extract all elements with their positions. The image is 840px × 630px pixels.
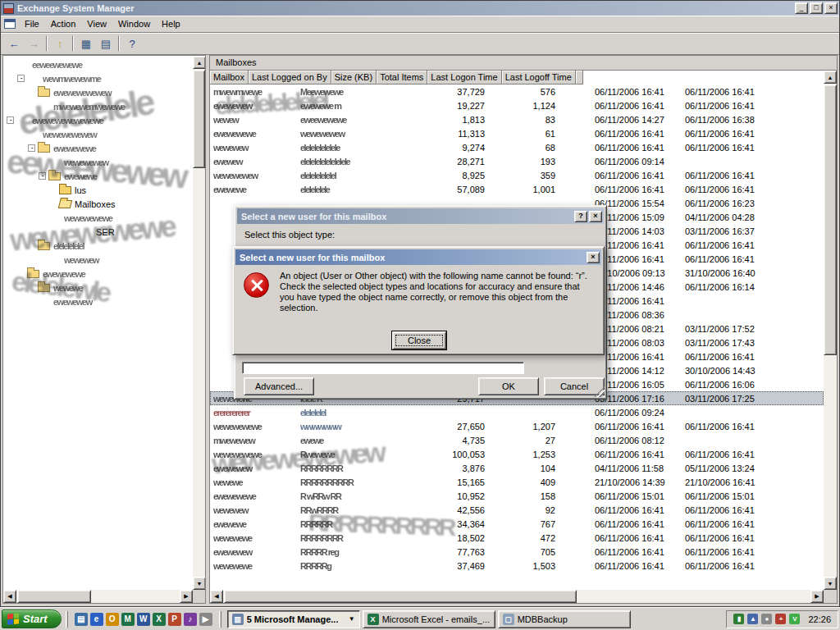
- tree-vertical-scrollbar[interactable]: ▲ ▼: [193, 56, 205, 590]
- tree-item[interactable]: Mailboxes: [3, 197, 193, 211]
- close-icon[interactable]: ×: [587, 252, 600, 263]
- expand-toggle-icon[interactable]: -: [17, 75, 25, 82]
- mail-icon[interactable]: M: [121, 613, 135, 626]
- table-row[interactable]: wewew eweewewewe 1,813 83 06/11/2006 14:…: [210, 112, 824, 126]
- scroll-left-icon[interactable]: ◀: [210, 590, 223, 603]
- column-header[interactable]: [576, 71, 583, 84]
- restore-button[interactable]: □: [810, 2, 823, 14]
- table-row[interactable]: ewewewewe wewewewew 11,313 61 06/11/2006…: [210, 126, 824, 140]
- list-vertical-scrollbar[interactable]: ▲ ▼: [824, 71, 837, 590]
- export-list-icon[interactable]: ▤: [96, 34, 116, 52]
- close-button[interactable]: Close: [392, 331, 446, 349]
- tree-item[interactable]: wewewew: [3, 253, 193, 267]
- toolbar-separator[interactable]: [46, 35, 48, 52]
- table-row[interactable]: wewewe RRRRRRRRRR 15,165 409 21/10/2006 …: [210, 475, 824, 489]
- object-names-field[interactable]: [242, 362, 524, 374]
- menu-item[interactable]: Help: [156, 17, 186, 30]
- scroll-left-icon[interactable]: ◀: [3, 590, 16, 603]
- tree-item[interactable]: ewewewewe: [3, 267, 193, 281]
- tray-icon-3[interactable]: ●: [761, 614, 772, 624]
- tree-item[interactable]: wewewewewe: [3, 211, 193, 225]
- tree-item[interactable]: lus: [3, 183, 193, 197]
- menu-item[interactable]: File: [19, 17, 45, 30]
- scroll-down-icon[interactable]: ▼: [824, 577, 837, 590]
- menu-item[interactable]: View: [81, 17, 112, 30]
- table-row[interactable]: wewewew RRwRRRR 42,556 92 06/11/2006 16:…: [210, 503, 824, 517]
- scroll-thumb[interactable]: [17, 590, 91, 603]
- scroll-thumb[interactable]: [224, 590, 577, 603]
- tree-item[interactable]: mwewewemwewewe: [3, 99, 193, 113]
- tree-item[interactable]: - ewewewewewewewe: [3, 113, 193, 127]
- word-icon[interactable]: W: [137, 613, 150, 626]
- toolbar-separator[interactable]: [72, 35, 74, 52]
- media-player-icon[interactable]: ♪: [184, 613, 197, 626]
- table-row[interactable]: ewewewe elelelelele 57,089 1,001 06/11/2…: [210, 182, 824, 196]
- powerpoint-icon[interactable]: P: [168, 613, 181, 626]
- table-row[interactable]: ewewewewe R wRRw RR 10,952 158 06/11/200…: [210, 489, 824, 503]
- scroll-thumb[interactable]: [824, 84, 837, 355]
- internet-explorer-icon[interactable]: e: [90, 613, 103, 626]
- taskbar-grip[interactable]: [219, 611, 221, 628]
- table-row[interactable]: wewewewew elelelelelelel 8,925 359 06/11…: [210, 168, 824, 182]
- scroll-thumb[interactable]: [193, 70, 205, 168]
- back-icon[interactable]: ←: [4, 34, 24, 52]
- toolbar-separator[interactable]: [118, 35, 120, 52]
- show-desktop-icon[interactable]: ▤: [75, 613, 88, 626]
- table-row[interactable]: erererererer elelelelel 06/11/2006 09:24: [210, 405, 824, 419]
- table-row[interactable]: ewewewew ewewewe m 19,227 1,124 06/11/20…: [210, 98, 824, 112]
- tray-icon-5[interactable]: V: [789, 614, 800, 624]
- column-header[interactable]: Total Items: [377, 71, 427, 84]
- tree-item[interactable]: - ewewewe: [3, 169, 193, 183]
- scroll-up-icon[interactable]: ▲: [193, 56, 206, 69]
- column-header[interactable]: Mailbox: [210, 71, 249, 84]
- task-exchange-system-manager[interactable]: ▥ 5 Microsoft Manage... ▼: [227, 610, 360, 628]
- excel-icon[interactable]: X: [153, 613, 166, 626]
- column-header[interactable]: Last Logged on By: [249, 71, 331, 84]
- list-horizontal-scrollbar[interactable]: ◀ ▶: [210, 590, 824, 603]
- help-icon[interactable]: ?: [122, 34, 142, 52]
- menu-item[interactable]: Action: [45, 17, 82, 30]
- scroll-down-icon[interactable]: ▼: [193, 577, 206, 590]
- table-row[interactable]: ewewewew RRRRR reg 77,763 705 06/11/2006…: [210, 545, 824, 559]
- column-header[interactable]: Last Logoff Time: [502, 71, 576, 84]
- table-row[interactable]: wewewewe RRRRRRRR 18,502 472 06/11/2006 …: [210, 531, 824, 545]
- tree-item[interactable]: - wewmwewewme: [3, 71, 193, 85]
- close-button[interactable]: ×: [824, 2, 838, 14]
- table-row[interactable]: wewewewewe wwwwwww 27,650 1,207 06/11/20…: [210, 419, 824, 433]
- table-row[interactable]: ewewewew RRRRRRRR 3,876 104 04/11/2006 1…: [210, 461, 824, 475]
- tree-item[interactable]: wewewewewew: [3, 127, 193, 141]
- help-button[interactable]: ?: [574, 211, 587, 222]
- tree-item[interactable]: ewewewew: [3, 294, 193, 308]
- table-row[interactable]: ewewewe RRRRRR 34,364 767 06/11/2006 16:…: [210, 517, 824, 531]
- player-icon[interactable]: ▶: [199, 613, 212, 626]
- tree-item[interactable]: SER: [3, 225, 193, 239]
- task-excel[interactable]: X Microsoft Excel - emails_... ▼: [363, 610, 495, 628]
- tray-icon-2[interactable]: ▲: [747, 614, 758, 624]
- table-row[interactable]: wewewew elelelelelelele 9,274 68 06/11/2…: [210, 140, 824, 154]
- table-row[interactable]: ewewew elelelelelelelelele 28,271 193 06…: [210, 154, 824, 168]
- minimize-button[interactable]: _: [795, 2, 808, 14]
- ok-button[interactable]: OK: [478, 377, 539, 395]
- scroll-right-icon[interactable]: ▶: [180, 590, 193, 603]
- up-one-level-icon[interactable]: ↑: [50, 34, 70, 52]
- taskbar-grip[interactable]: [66, 611, 68, 628]
- task-mdbbackup[interactable]: ▢ MDBBackup ▼: [498, 610, 631, 628]
- expand-toggle-icon[interactable]: -: [39, 172, 46, 180]
- table-row[interactable]: mwewmwewe Meewewewe 37,729 576 06/11/200…: [210, 84, 824, 98]
- start-button[interactable]: Start: [2, 609, 62, 628]
- advanced-button[interactable]: Advanced...: [244, 377, 314, 395]
- expand-toggle-icon[interactable]: -: [28, 144, 35, 152]
- scroll-right-icon[interactable]: ▶: [810, 590, 824, 603]
- show-console-tree-icon[interactable]: ▦: [76, 34, 96, 52]
- group-dropdown-icon[interactable]: ▼: [349, 615, 355, 623]
- tree-item[interactable]: wewewe: [3, 281, 193, 294]
- tree-item[interactable]: - ewewewewe: [3, 141, 193, 155]
- column-header[interactable]: Size (KB): [331, 71, 377, 84]
- cancel-button[interactable]: Cancel: [544, 377, 605, 395]
- column-header[interactable]: Last Logon Time: [427, 71, 501, 84]
- forward-icon[interactable]: →: [24, 34, 43, 52]
- tree-item[interactable]: elelelelelel: [3, 239, 193, 253]
- tray-icon-4[interactable]: +: [775, 614, 786, 624]
- menu-item[interactable]: Window: [112, 17, 156, 30]
- table-row[interactable]: wewewewewe Rwewewe 100,053 1,253 06/11/2…: [210, 447, 824, 461]
